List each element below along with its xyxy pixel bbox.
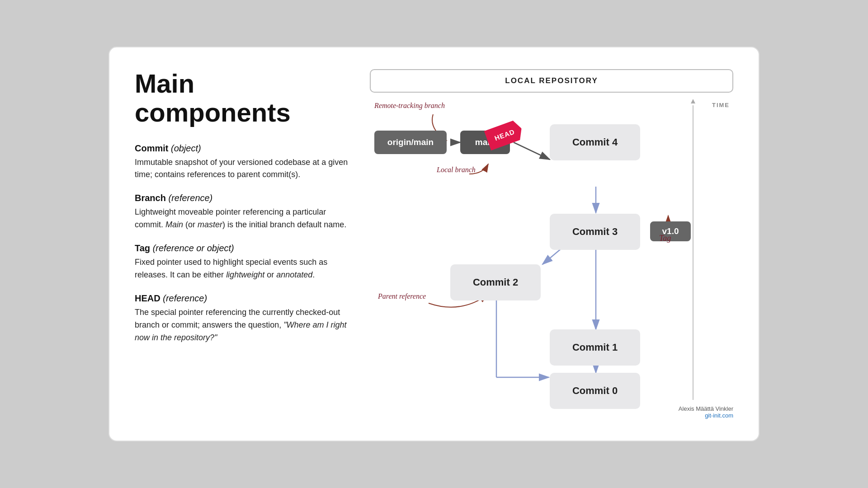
commit-4-label: Commit 4 [572, 136, 618, 148]
term-head-heading: HEAD (reference) [135, 293, 352, 304]
time-label: TIME [712, 102, 730, 108]
term-branch-em: (reference) [168, 193, 212, 203]
commit-box-4: Commit 4 [550, 124, 640, 160]
term-tag: Tag (reference or object) Fixed pointer … [135, 243, 352, 282]
origin-main-pill: origin/main [374, 131, 447, 154]
head-label: HEAD [493, 127, 516, 142]
credit-name: Alexis Määttä Vinkler [679, 405, 733, 412]
term-commit-heading: Commit (object) [135, 143, 352, 154]
commit-box-1: Commit 1 [550, 329, 640, 366]
term-head: HEAD (reference) The special pointer ref… [135, 293, 352, 344]
left-panel: Main components Commit (object) Immutabl… [135, 69, 352, 422]
term-tag-heading: Tag (reference or object) [135, 243, 352, 253]
origin-main-label: origin/main [387, 137, 434, 147]
term-branch: Branch (reference) Lightweight moveable … [135, 193, 352, 231]
diagram: TIME [370, 97, 733, 422]
credit-url[interactable]: git-init.com [705, 412, 733, 419]
svg-marker-4 [691, 99, 695, 103]
repo-box: LOCAL REPOSITORY [370, 69, 733, 93]
annotation-remote-tracking: Remote-tracking branch [374, 102, 445, 110]
term-tag-bold: Tag [135, 243, 150, 253]
term-commit-bold: Commit [135, 143, 168, 153]
commit-box-0: Commit 0 [550, 373, 640, 409]
commit-box-3: Commit 3 [550, 214, 640, 250]
term-head-bold: HEAD [135, 293, 160, 303]
commit-2-label: Commit 2 [473, 277, 518, 288]
term-head-desc: The special pointer referencing the curr… [135, 306, 352, 344]
term-tag-desc: Fixed pointer used to highlight special … [135, 256, 352, 282]
term-head-em: (reference) [163, 293, 207, 303]
svg-line-6 [514, 142, 550, 160]
slide: Main components Commit (object) Immutabl… [108, 47, 760, 441]
annotation-parent-ref: Parent reference [378, 292, 426, 300]
term-tag-em: (reference or object) [153, 243, 234, 253]
commit-1-label: Commit 1 [572, 342, 618, 353]
term-branch-heading: Branch (reference) [135, 193, 352, 203]
term-branch-desc: Lightweight moveable pointer referencing… [135, 206, 352, 231]
annotation-tag: Tag [659, 234, 671, 243]
repo-label: LOCAL REPOSITORY [505, 76, 598, 85]
term-commit: Commit (object) Immutable snapshot of yo… [135, 143, 352, 182]
credit: Alexis Määttä Vinkler git-init.com [679, 405, 733, 419]
commit-3-label: Commit 3 [572, 226, 618, 238]
term-commit-em: (object) [171, 143, 201, 153]
page-title: Main components [135, 69, 352, 127]
annotation-local-branch: Local branch [437, 166, 476, 174]
commit-0-label: Commit 0 [572, 385, 618, 397]
right-panel: LOCAL REPOSITORY TIME [370, 69, 733, 422]
term-branch-bold: Branch [135, 193, 166, 203]
commit-box-2: Commit 2 [450, 264, 541, 300]
term-commit-desc: Immutable snapshot of your versioned cod… [135, 156, 352, 182]
